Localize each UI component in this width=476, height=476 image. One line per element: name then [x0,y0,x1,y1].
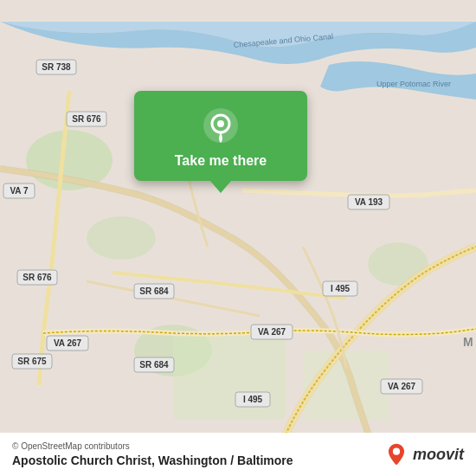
svg-text:VA 193: VA 193 [355,197,383,207]
svg-point-38 [217,120,224,127]
svg-text:SR 675: SR 675 [17,357,47,366]
bottom-bar-info: © OpenStreetMap contributors Apostolic C… [12,441,293,467]
svg-text:VA 7: VA 7 [10,186,29,196]
svg-text:VA 267: VA 267 [388,382,416,391]
moovit-logo: moovit [384,442,464,466]
svg-text:SR 738: SR 738 [42,62,71,72]
osm-credit: © OpenStreetMap contributors [12,441,293,451]
svg-point-39 [393,448,400,455]
svg-point-3 [87,216,156,260]
svg-text:SR 684: SR 684 [139,286,169,296]
svg-text:SR 684: SR 684 [139,360,169,370]
svg-text:I 495: I 495 [243,395,263,404]
moovit-pin-icon [384,442,408,466]
svg-text:I 495: I 495 [331,284,351,293]
moovit-text: moovit [413,446,464,464]
map-background: SR 738 SR 676 VA 7 SR 676 VA 267 SR 675 … [0,0,476,476]
svg-text:SR 676: SR 676 [72,114,101,124]
location-pin-icon [202,106,240,145]
take-me-there-label: Take me there [175,153,267,169]
map-container: SR 738 SR 676 VA 7 SR 676 VA 267 SR 675 … [0,0,476,476]
location-name: Apostolic Church Christ, Washington / Ba… [12,453,293,467]
bottom-bar: © OpenStreetMap contributors Apostolic C… [0,433,476,476]
svg-text:M: M [463,335,473,349]
svg-text:VA 267: VA 267 [258,327,286,337]
svg-text:SR 676: SR 676 [23,273,52,282]
svg-text:Upper Potomac River: Upper Potomac River [376,80,451,88]
svg-text:VA 267: VA 267 [54,338,82,348]
navigation-popup[interactable]: Take me there [134,91,307,181]
